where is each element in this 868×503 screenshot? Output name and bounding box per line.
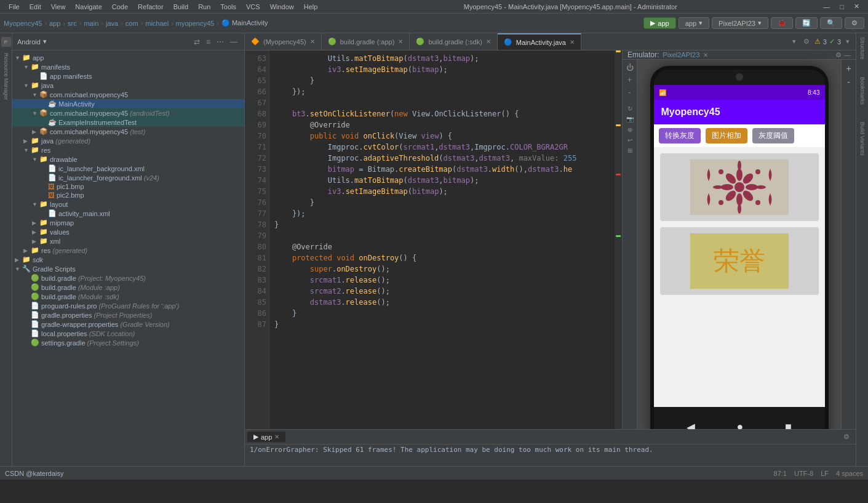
bottom-tab-run[interactable]: ▶ app ✕ [247,432,285,442]
sync-button[interactable]: 🔄 [795,17,818,29]
breadcrumb-app[interactable]: app [49,20,60,27]
phone-btn-gray-threshold[interactable]: 灰度阈值 [752,128,794,143]
emulator-power-btn[interactable]: ⏻ [626,63,634,72]
menu-view[interactable]: View [47,2,70,12]
bookmarks-btn[interactable]: Bookmarks [859,77,866,105]
breadcrumb-main[interactable]: main [84,20,98,27]
bottom-tab-close[interactable]: ✕ [274,433,279,440]
tree-settings-btn[interactable]: ⋯ [215,37,226,47]
tree-item-drawable[interactable]: ▼ 📁 drawable [12,155,244,164]
emulator-hide-btn[interactable]: — [844,51,851,59]
project-tool-btn[interactable]: P [1,37,11,47]
emulator-device-close[interactable]: ✕ [703,52,708,58]
tree-item-activity-main[interactable]: ▶ 📄 activity_main.xml [12,209,244,218]
tab-overflow-btn[interactable]: ▾ [790,36,798,47]
phone-btn-add-images[interactable]: 图片相加 [706,128,747,143]
menu-help[interactable]: Help [300,2,322,12]
tree-item-local-properties[interactable]: ▶ 📄 local.properties (SDK Location) [12,329,244,338]
device-dropdown[interactable]: Pixel2API23 ▾ [712,17,768,29]
tree-item-pic1[interactable]: ▶ 🖼 pic1.bmp [12,182,244,191]
menu-vcs[interactable]: VCS [242,2,264,12]
phone-recents-btn[interactable]: ■ [785,421,792,429]
breadcrumb-myopency45[interactable]: myopency45 [176,20,214,27]
menu-tools[interactable]: Tools [217,2,240,12]
menu-file[interactable]: File [5,2,23,12]
tree-item-mipmap[interactable]: ▶ 📁 mipmap [12,218,244,227]
code-editor[interactable]: 63 64 65 66 67 68 69 70 71 72 73 74 75 7… [245,50,622,429]
tree-item-xml[interactable]: ▶ 📁 xml [12,236,244,246]
emulator-screenshot-btn[interactable]: 📷 [626,116,634,123]
menu-navigate[interactable]: Navigate [71,2,105,12]
tree-item-sdk[interactable]: ▶ 📁 sdk [12,255,244,264]
menu-refactor[interactable]: Refactor [134,2,167,12]
phone-btn-grayscale[interactable]: 转换灰度 [659,128,701,143]
tree-item-package-test[interactable]: ▶ 📦 com.michael.myopency45 (test) [12,127,244,136]
tab-settings-btn[interactable]: ⚙ [801,36,812,47]
tab-myopency45[interactable]: 🔶 (Myopency45) ✕ [245,33,322,50]
maximize-btn[interactable]: □ [836,2,848,12]
android-dropdown[interactable]: Android ▾ [17,38,47,46]
breadcrumb-java[interactable]: java [106,20,118,27]
menu-window[interactable]: Window [266,2,298,12]
emulator-back-btn[interactable]: ↩ [627,137,632,143]
breadcrumb-michael[interactable]: michael [145,20,169,27]
app-config-dropdown[interactable]: app ▾ [679,17,709,29]
phone-back-btn[interactable]: ◀ [687,421,695,430]
tree-item-values[interactable]: ▶ 📁 values [12,227,244,236]
breadcrumb-com[interactable]: com [125,20,138,27]
zoom-in-btn[interactable]: + [846,63,851,73]
breadcrumb-src[interactable]: src [68,20,77,27]
sync-tree-btn[interactable]: ⇄ [192,37,202,47]
resource-manager-btn[interactable]: Resource Manager [3,53,9,100]
emulator-device-tab[interactable]: Pixel2API23 [663,51,699,58]
tab-close-btn[interactable]: ✕ [486,38,491,45]
tree-item-gradle-scripts[interactable]: ▼ 🔧 Gradle Scripts [12,264,244,273]
tree-item-launcher-fg[interactable]: ▶ 📄 ic_launcher_foreground.xml (v24) [12,173,244,182]
tree-item-res-generated[interactable]: ▶ 📁 res (generated) [12,246,244,255]
run-button[interactable]: ▶ app [643,17,675,29]
menu-run[interactable]: Run [194,2,214,12]
emulator-rotate-btn[interactable]: ↻ [627,105,632,112]
tree-item-java[interactable]: ▼ 📁 java [12,81,244,90]
structure-btn[interactable]: Structure [859,37,866,60]
code-lines[interactable]: Utils.matToBitmap(dstmat3,bitmap); iv3.s… [269,50,615,429]
tab-close-btn[interactable]: ✕ [310,38,315,45]
emulator-zoom-btn[interactable]: ⊕ [627,126,632,133]
menu-edit[interactable]: Edit [26,2,45,12]
emulator-settings-btn[interactable]: ⚙ [835,51,842,59]
tree-item-proguard[interactable]: ▶ 📄 proguard-rules.pro (ProGuard Rules f… [12,301,244,310]
tree-item-build-gradle-app[interactable]: ▶ 🟢 build.gradle (Module :app) [12,283,244,292]
tab-build-gradle-app[interactable]: 🟢 build.gradle (:app) ✕ [322,33,410,50]
tree-item-pic2[interactable]: ▶ 🖼 pic2.bmp [12,191,244,199]
tree-item-gradle-properties[interactable]: ▶ 📄 gradle.properties (Project Propertie… [12,310,244,320]
tree-item-java-generated[interactable]: ▶ 📁 java (generated) [12,136,244,145]
emulator-vol-down-btn[interactable]: - [629,88,631,97]
menu-build[interactable]: Build [170,2,192,12]
build-variants-btn[interactable]: Build Variants [859,122,866,156]
zoom-out-btn[interactable]: - [847,77,850,87]
breadcrumb-project[interactable]: Myopency45 [4,20,42,27]
tree-item-exampleinstrumentedtest[interactable]: ▶ ☕ ExampleInstrumentedTest [12,118,244,127]
search-everywhere-button[interactable]: 🔍 [820,17,842,29]
debug-button[interactable]: 🐞 [771,17,793,29]
tree-item-res[interactable]: ▼ 📁 res [12,145,244,155]
tab-close-btn[interactable]: ✕ [398,38,403,45]
tree-item-build-gradle-project[interactable]: ▶ 🟢 build.gradle (Project: Myopency45) [12,273,244,283]
minimize-btn[interactable]: — [819,2,834,12]
settings-button[interactable]: ⚙ [845,17,864,29]
bottom-settings-btn[interactable]: ⚙ [843,433,850,441]
emulator-fold-btn[interactable]: ⊞ [627,147,632,154]
tree-item-build-gradle-sdk[interactable]: ▶ 🟢 build.gradle (Module :sdk) [12,292,244,301]
phone-home-btn[interactable]: ● [737,421,744,429]
tree-item-launcher-bg[interactable]: ▶ 📄 ic_launcher_background.xml [12,164,244,173]
tree-item-androidmanifest[interactable]: ▶ 📄 app manifests [12,71,244,81]
tab-build-gradle-sdk[interactable]: 🟢 build.gradle (:sdk) ✕ [410,33,497,50]
tree-item-manifests[interactable]: ▼ 📁 manifests [12,62,244,71]
tree-item-layout[interactable]: ▼ 📁 layout [12,199,244,209]
close-btn[interactable]: ✕ [850,1,863,12]
tree-item-package-androidtest[interactable]: ▼ 📦 com.michael.myopency45 (androidTest) [12,108,244,118]
tree-item-package-main[interactable]: ▼ 📦 com.michael.myopency45 [12,90,244,99]
tree-item-mainactivity[interactable]: ▶ ☕ MainActivity [12,99,244,108]
tree-item-settings-gradle[interactable]: ▶ 🟢 settings.gradle (Project Settings) [12,338,244,347]
tree-item-gradle-wrapper-properties[interactable]: ▶ 📄 gradle-wrapper.properties (Gradle Ve… [12,320,244,329]
